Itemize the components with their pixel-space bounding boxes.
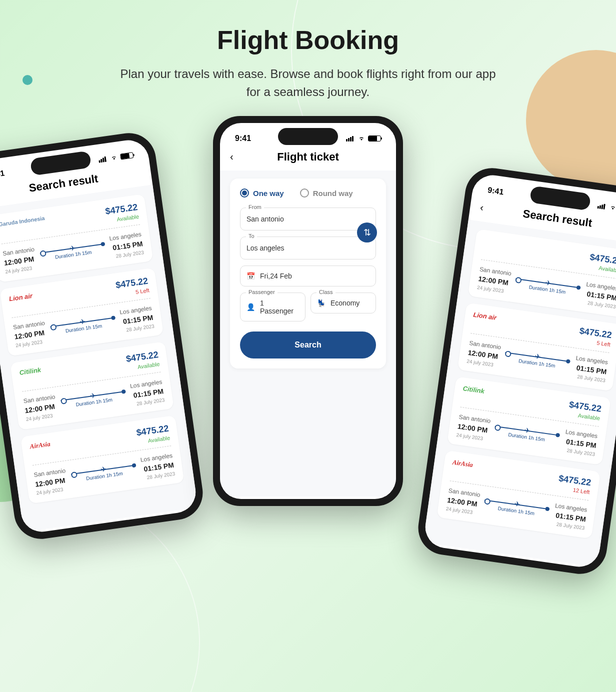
plane-icon: ✈: [514, 500, 520, 509]
plane-icon: ✈: [524, 426, 531, 435]
flight-result-card[interactable]: Lion air $475.22 5 Left San antonio 12:0…: [458, 302, 616, 391]
wifi-icon: [358, 136, 366, 142]
plane-icon: ✈: [80, 318, 86, 326]
passenger-label: Passenger: [246, 289, 278, 295]
page-subtitle: Plan your travels with ease. Browse and …: [118, 65, 498, 101]
passenger-value: 1 Passenger: [260, 299, 299, 315]
flight-result-card[interactable]: Citilink $475.22 Available San antonio 1…: [447, 376, 611, 465]
back-button[interactable]: ‹: [230, 151, 234, 162]
date-input[interactable]: 📅 Fri,24 Feb: [240, 266, 376, 286]
flight-result-card[interactable]: Garuda Indonesia $475.22 Available San a…: [0, 194, 153, 282]
plane-icon: ✈: [100, 465, 107, 474]
status-icons: [346, 136, 381, 142]
plane-icon: ✈: [534, 352, 542, 361]
swap-button[interactable]: ⇅: [357, 222, 377, 242]
airline-name: Lion air: [8, 292, 33, 302]
airline-name: Citilink: [19, 366, 42, 376]
radio-icon: [300, 188, 309, 198]
signal-icon: [98, 156, 108, 162]
passenger-input[interactable]: 👤 1 Passenger: [240, 292, 306, 322]
plane-icon: ✈: [544, 278, 552, 288]
calendar-icon: 📅: [246, 272, 255, 280]
status-icons: [98, 152, 134, 163]
from-input[interactable]: San antonio: [240, 208, 376, 230]
trip-type-oneway[interactable]: One way: [240, 188, 284, 198]
page-title: Flight Booking: [0, 25, 616, 55]
airline-name: Garuda Indonesia: [0, 215, 45, 228]
flight-result-card[interactable]: Citilink $475.22 Available San antonio 1…: [10, 342, 174, 430]
radio-icon: [240, 188, 249, 198]
roundway-label: Round way: [313, 189, 353, 198]
airline-name: Lion air: [472, 311, 497, 322]
class-input[interactable]: 💺 Economy: [310, 292, 376, 314]
airline-name: AirAsia: [452, 458, 474, 470]
seat-icon: 💺: [317, 299, 326, 307]
class-value: Economy: [330, 299, 360, 307]
battery-icon: [368, 136, 381, 142]
person-icon: 👤: [246, 303, 255, 311]
class-label: Class: [316, 289, 336, 295]
back-button[interactable]: ‹: [480, 202, 484, 214]
status-icons: [597, 202, 616, 214]
trip-type-roundway[interactable]: Round way: [300, 188, 353, 198]
signal-icon: [597, 202, 606, 210]
status-time: 9:41: [0, 168, 5, 180]
wifi-icon: [608, 204, 616, 211]
oneway-label: One way: [253, 189, 284, 198]
airline-name: AirAsia: [30, 440, 51, 451]
to-input[interactable]: Los angeles: [240, 236, 376, 260]
flight-result-card[interactable]: AirAsia $475.22 Available San antonio 12…: [20, 416, 184, 504]
status-time: 9:41: [487, 186, 504, 196]
phone-mockup-center: 9:41 ‹ Flight ticket One way: [213, 116, 403, 506]
battery-icon: [120, 152, 134, 160]
to-label: To: [246, 233, 257, 239]
phone-mockup-left: 9:41 ‹ Search result Garuda Indonesia $4…: [0, 130, 206, 542]
date-value: Fri,24 Feb: [260, 272, 292, 280]
status-time: 9:41: [235, 134, 251, 143]
plane-icon: ✈: [69, 244, 76, 252]
flight-result-card[interactable]: AirAsia $475.22 12 Left San antonio 12:0…: [436, 450, 600, 539]
wifi-icon: [110, 154, 118, 161]
phone-mockup-right: 9:41 ‹ Search result $475.22 Available: [415, 164, 616, 577]
flight-result-card[interactable]: Lion air $475.22 5 Left San antonio 12:0…: [0, 268, 164, 356]
screen-title: Flight ticket: [277, 150, 338, 164]
search-button[interactable]: Search: [240, 332, 376, 358]
airline-name: Citilink: [462, 384, 485, 395]
plane-icon: ✈: [90, 391, 96, 400]
signal-icon: [346, 136, 355, 142]
flight-result-card[interactable]: $475.22 Available San antonio 12:00 PM 2…: [468, 229, 616, 318]
from-label: From: [246, 204, 264, 210]
